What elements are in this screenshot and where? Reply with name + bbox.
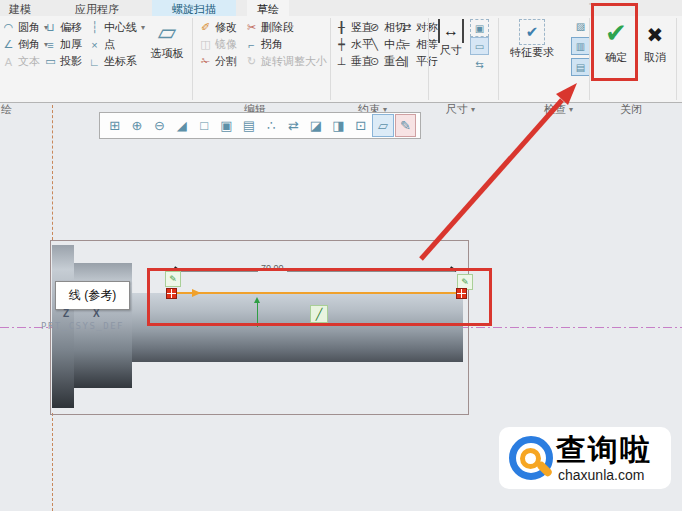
display-style-shaded-icon[interactable]: ▣ <box>216 114 237 137</box>
corner-button[interactable]: ⌐ 拐角 <box>245 37 295 52</box>
corner-icon: ⌐ <box>245 39 258 51</box>
modify-button[interactable]: ✐ 修改 <box>199 20 243 35</box>
annotation-rect-sketch <box>147 268 492 326</box>
vertical-constraint-button[interactable]: ╂ 竖直 <box>335 20 367 35</box>
modify-icon: ✐ <box>199 21 212 34</box>
chevron-down-icon: ▾ <box>569 105 573 114</box>
group-divider <box>589 18 590 100</box>
spin-center-icon[interactable]: ◪ <box>305 114 326 137</box>
equal-constraint-button[interactable]: ＝ 相等 <box>400 37 430 52</box>
dimension-perimeter-button[interactable]: ⇆ <box>470 55 489 73</box>
group-label-sketch: 绘 <box>1 102 12 117</box>
mirror-button[interactable]: ◫ 镜像 <box>199 37 243 52</box>
tab-helical-sweep[interactable]: 螺旋扫描 <box>152 0 236 16</box>
project-button[interactable]: ▭ 投影 <box>44 54 86 69</box>
watermark: 查询啦 chaxunla.com <box>499 427 671 489</box>
parallel-constraint-button[interactable]: ∥ 平行 <box>400 54 430 69</box>
project-icon: ▭ <box>44 55 57 68</box>
chevron-down-icon: ▾ <box>471 105 475 114</box>
ribbon-tab-row: 建模 应用程序 螺旋扫描 草绘 ▫ ◦ ▫ <box>0 0 682 16</box>
dimension-reference-button[interactable]: ▭ <box>470 37 489 55</box>
axis-x-label: X <box>93 308 100 319</box>
divide-button[interactable]: ✁ 分割 <box>199 54 247 69</box>
chamfer-icon: ∠ <box>2 38 15 51</box>
group-label-inspect[interactable]: 检查▾ <box>544 102 573 117</box>
coincident-constraint-button[interactable]: ⊙ 重合 <box>368 54 400 69</box>
point-icon: × <box>88 39 101 51</box>
saved-orientations-icon[interactable]: ▤ <box>238 114 259 137</box>
group-divider <box>676 18 677 100</box>
coincident-constraint-icon: ⊙ <box>368 55 381 68</box>
group-divider <box>192 18 193 100</box>
datum-display-icon[interactable]: ∴ <box>261 114 282 137</box>
zoom-in-icon[interactable]: ⊕ <box>126 114 147 137</box>
group-label-dimension[interactable]: 尺寸▾ <box>446 102 475 117</box>
view-manager-icon[interactable]: ⊡ <box>350 114 371 137</box>
display-style-icon[interactable]: □ <box>193 114 214 137</box>
parallel-constraint-icon: ∥ <box>400 55 413 68</box>
sketch-view-icon[interactable]: ▱ <box>372 114 393 137</box>
feature-requirements-icon: ✔ <box>519 19 545 45</box>
tangent-constraint-button[interactable]: ⊘ 相切 <box>368 20 400 35</box>
symmetric-constraint-button[interactable]: ⇄ 对称 <box>400 20 430 35</box>
fillet-button[interactable]: ◠ 圆角▾ <box>2 20 40 35</box>
centerline-button[interactable]: ┆ 中心线▾ <box>88 20 148 35</box>
cancel-button[interactable]: ✖ 取消 <box>638 20 672 65</box>
coordinate-system-button[interactable]: ∟ 坐标系 <box>88 54 142 69</box>
highlight-open-ends-button[interactable]: ▥ <box>571 37 590 55</box>
palette-button[interactable]: ▱ 选项板 <box>146 18 188 61</box>
tab-sketch[interactable]: 草绘 <box>247 0 289 16</box>
repaint-icon[interactable]: ◢ <box>171 114 192 137</box>
csys-name-label: PRT_CSYS_DEF <box>41 321 124 331</box>
thicken-button[interactable]: ≡ 加厚 <box>44 37 86 52</box>
centerline-icon: ┆ <box>88 21 101 34</box>
overlapping-geometry-button[interactable]: ▨ <box>571 17 590 35</box>
mirror-icon: ◫ <box>199 38 212 51</box>
thicken-icon: ≡ <box>44 39 57 51</box>
zoom-fit-icon[interactable]: ⊞ <box>104 114 125 137</box>
vertical-reference-guide[interactable] <box>52 413 53 511</box>
midpoint-constraint-button[interactable]: ╲ 中点 <box>368 37 400 52</box>
equal-constraint-icon: ＝ <box>400 37 413 52</box>
delete-segment-button[interactable]: ✂ 删除段 <box>245 20 311 35</box>
cancel-x-icon: ✖ <box>647 20 664 50</box>
feature-requirements-button[interactable]: ✔ 特征要求 <box>506 19 558 60</box>
watermark-title: 查询啦 <box>556 430 652 471</box>
offset-button[interactable]: ⊔ 偏移 <box>44 20 86 35</box>
perpendicular-constraint-button[interactable]: ⊥ 垂直 <box>335 54 367 69</box>
palette-icon: ▱ <box>158 18 176 46</box>
dimension-button[interactable]: ↔ 尺寸 <box>434 19 468 58</box>
horizontal-constraint-icon: ┿ <box>335 38 348 51</box>
divide-icon: ✁ <box>199 55 212 68</box>
shade-closed-loops-button[interactable]: ▤ <box>571 58 590 76</box>
vertical-constraint-icon: ╂ <box>335 21 348 34</box>
rotate-resize-button[interactable]: ↻ 旋转调整大小 <box>245 54 329 69</box>
tangent-constraint-icon: ⊘ <box>368 21 381 34</box>
point-button[interactable]: × 点 <box>88 37 128 52</box>
group-label-close: 关闭 <box>620 102 642 117</box>
watermark-logo-icon <box>507 434 555 482</box>
zoom-out-icon[interactable]: ⊖ <box>149 114 170 137</box>
perpendicular-constraint-icon: ⊥ <box>335 55 348 68</box>
chamfer-button[interactable]: ∠ 倒角▾ <box>2 37 40 52</box>
reference-tooltip: 线 (参考) <box>55 281 130 310</box>
offset-icon: ⊔ <box>44 21 57 34</box>
tab-modeling[interactable]: 建模 <box>0 0 40 16</box>
sketch-display-icon[interactable]: ✎ <box>395 114 416 137</box>
horizontal-constraint-button[interactable]: ┿ 水平 <box>335 37 367 52</box>
midpoint-constraint-icon: ╲ <box>368 38 381 51</box>
vertical-reference-guide[interactable] <box>52 105 53 240</box>
tab-applications[interactable]: 应用程序 <box>56 0 138 16</box>
text-icon: A <box>2 56 15 68</box>
watermark-domain: chaxunla.com <box>558 467 644 483</box>
symmetric-constraint-icon: ⇄ <box>400 21 413 34</box>
group-divider <box>330 18 331 100</box>
text-button[interactable]: A 文本 <box>2 54 40 69</box>
creo-sketch-window: 建模 应用程序 螺旋扫描 草绘 ▫ ◦ ▫ ◠ 圆角▾ ∠ 倒角▾ A 文本 ⊔… <box>0 0 682 511</box>
dimension-icon: ↔ <box>438 19 464 43</box>
annotation-display-icon[interactable]: ⇄ <box>283 114 304 137</box>
perspective-icon[interactable]: ◨ <box>328 114 349 137</box>
group-divider <box>498 18 499 100</box>
delete-segment-icon: ✂ <box>245 21 258 34</box>
dimension-baseline-button[interactable]: ▣ <box>470 19 489 37</box>
